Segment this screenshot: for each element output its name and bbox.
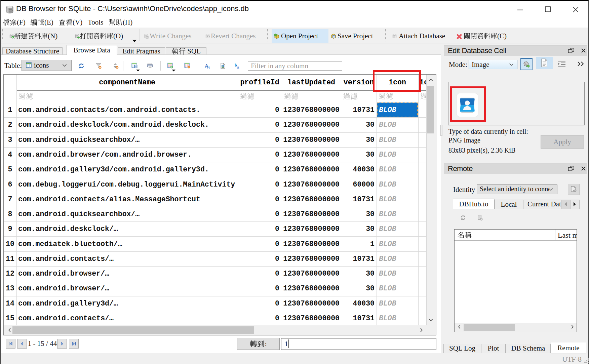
- svg-text:a: a: [237, 65, 239, 69]
- svg-text:b: b: [235, 63, 237, 68]
- svg-text:A: A: [207, 65, 210, 69]
